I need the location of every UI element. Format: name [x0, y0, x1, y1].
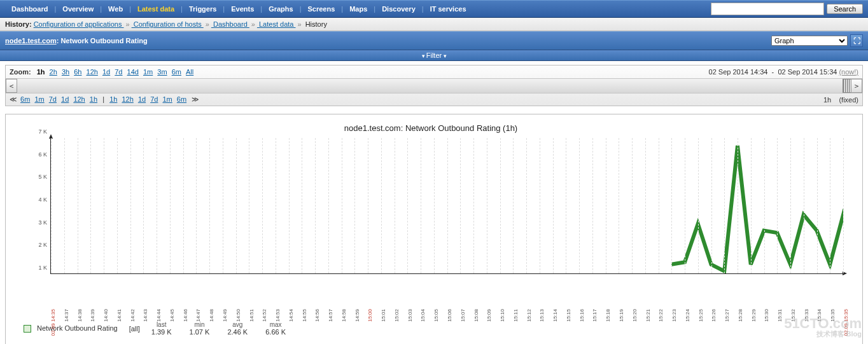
search-input[interactable]	[711, 3, 824, 15]
y-tick: 5 K	[38, 174, 47, 180]
x-tick: 15:13	[539, 309, 545, 322]
x-tick: 14:59	[354, 309, 360, 322]
nav-next-icon: ≫	[192, 95, 199, 103]
nav-dashboard[interactable]: Dashboard	[5, 5, 54, 13]
y-tick: 3 K	[38, 219, 47, 226]
host-link[interactable]: node1.test.com	[5, 37, 57, 45]
legend-swatch	[24, 325, 31, 333]
view-select[interactable]: Graph	[771, 36, 848, 46]
zoom-All[interactable]: All	[186, 68, 193, 76]
nav-events[interactable]: Events	[225, 5, 260, 13]
x-tick: 15:06	[447, 309, 452, 322]
slider-right-handle[interactable]: >	[851, 79, 862, 93]
zoom-6h[interactable]: 6h	[74, 68, 81, 76]
slider-left-handle[interactable]: <	[6, 79, 17, 93]
x-tick: 14:48	[209, 309, 214, 322]
navleft-7d[interactable]: 7d	[49, 95, 57, 103]
navleft-1m[interactable]: 1m	[34, 95, 44, 103]
zoom-1h[interactable]: 1h	[37, 68, 45, 76]
legend-series-name: Network Outbound Rating	[37, 324, 118, 332]
filter-label: Filter	[426, 52, 442, 59]
navright-12h[interactable]: 12h	[122, 95, 133, 103]
x-tick: 15:14	[552, 309, 558, 322]
nav-latest-data[interactable]: Latest data	[131, 5, 181, 13]
nav-items: Dashboard|Overview|Web|Latest data|Trigg…	[5, 5, 473, 13]
crumb-1[interactable]: Configuration of hosts	[132, 20, 204, 28]
nav-web[interactable]: Web	[102, 5, 129, 13]
chart-plot: 1 K2 K3 K4 K5 K6 K7 K 02.09 14:3514:3714…	[50, 138, 843, 284]
zoom-2h[interactable]: 2h	[50, 68, 57, 76]
navleft-12h[interactable]: 12h	[73, 95, 85, 103]
x-tick: 14:58	[341, 309, 347, 322]
zoom-6m[interactable]: 6m	[172, 68, 181, 76]
y-tick: 7 K	[38, 128, 47, 135]
stat-avg: 2.46 K	[227, 328, 248, 336]
zoom-options: Zoom: 1h 2h 3h 6h 12h 1d 7d 14d 1m 3m 6m…	[10, 68, 195, 76]
x-tick: 15:08	[473, 309, 479, 322]
x-tick: 15:04	[420, 309, 426, 322]
navleft-1h[interactable]: 1h	[90, 95, 97, 103]
x-tick: 15:28	[738, 309, 743, 322]
nav-graphs[interactable]: Graphs	[262, 5, 300, 13]
filter-toggle[interactable]: ▾ Filter ▾	[0, 50, 868, 61]
navleft-6m[interactable]: 6m	[20, 95, 30, 103]
search-button[interactable]: Search	[827, 4, 863, 14]
navright-6m[interactable]: 6m	[177, 95, 186, 103]
x-tick: 14:45	[169, 309, 175, 322]
zoom-3h[interactable]: 3h	[62, 68, 69, 76]
watermark: 51CTO.com 技术博客 Blog	[784, 317, 862, 338]
fullscreen-button[interactable]: ⛶	[850, 34, 863, 47]
search-area: Search	[711, 3, 863, 15]
x-axis: 02.09 14:3514:3714:3814:3914:4014:4114:4…	[50, 284, 843, 315]
nav-it-services[interactable]: IT services	[424, 5, 473, 13]
zoom-12h[interactable]: 12h	[87, 68, 98, 76]
x-tick: 15:26	[711, 309, 717, 322]
navright-1d[interactable]: 1d	[138, 95, 146, 103]
x-tick: 15:10	[500, 309, 505, 322]
zoom-7d[interactable]: 7d	[115, 68, 122, 76]
x-tick: 14:41	[116, 309, 122, 322]
crumb-2[interactable]: Dashboard	[211, 20, 249, 28]
legend-stats: last1.39 K min1.07 K avg2.46 K max6.66 K	[151, 321, 286, 336]
time-slider[interactable]: < >	[6, 78, 862, 93]
fixed-label: (fixed)	[839, 96, 858, 104]
crumb-0[interactable]: Configuration of applications	[34, 20, 124, 28]
x-tick: 14:57	[328, 309, 333, 322]
navleft-1d[interactable]: 1d	[61, 95, 69, 103]
nav-maps[interactable]: Maps	[343, 5, 374, 13]
stat-last: 1.39 K	[151, 328, 172, 336]
navright-1m[interactable]: 1m	[163, 95, 172, 103]
nav-overview[interactable]: Overview	[56, 5, 100, 13]
now-link[interactable]: (now!)	[839, 68, 858, 76]
x-tick: 14:43	[143, 309, 148, 322]
nav-screens[interactable]: Screens	[302, 5, 342, 13]
watermark-sub: 技术博客 Blog	[784, 331, 862, 338]
y-tick: 1 K	[38, 265, 47, 271]
navright-7d[interactable]: 7d	[150, 95, 158, 103]
x-tick: 15:23	[671, 309, 677, 322]
x-tick: 14:42	[130, 309, 136, 322]
zoom-1d[interactable]: 1d	[102, 68, 110, 76]
y-tick: 6 K	[38, 151, 47, 158]
y-tick: 2 K	[38, 242, 47, 248]
navright-1h[interactable]: 1h	[109, 95, 117, 103]
nav-discovery[interactable]: Discovery	[375, 5, 422, 13]
x-tick: 15:07	[460, 309, 466, 322]
watermark-main: 51CTO.com	[784, 317, 862, 331]
time-range: 02 Sep 2014 14:34 - 02 Sep 2014 15:34 (n…	[709, 68, 858, 76]
x-tick: 15:22	[658, 309, 664, 322]
nav-triggers[interactable]: Triggers	[183, 5, 223, 13]
crumb-3[interactable]: Latest data	[257, 20, 296, 28]
range-to: 02 Sep 2014 15:34	[778, 68, 837, 76]
stat-avg-label: avg	[227, 321, 248, 328]
page-title-bar: node1.test.com: Network Outbound Rating …	[0, 31, 868, 50]
zoom-1m[interactable]: 1m	[143, 68, 153, 76]
item-name: : Network Outbound Rating	[57, 37, 148, 45]
x-tick: 14:50	[235, 309, 241, 322]
zoom-3m[interactable]: 3m	[157, 68, 167, 76]
x-tick: 15:01	[381, 309, 386, 322]
x-tick: 14:53	[275, 309, 281, 322]
history-label: History:	[5, 20, 32, 28]
main-nav: Dashboard|Overview|Web|Latest data|Trigg…	[0, 0, 868, 18]
zoom-14d[interactable]: 14d	[127, 68, 139, 76]
